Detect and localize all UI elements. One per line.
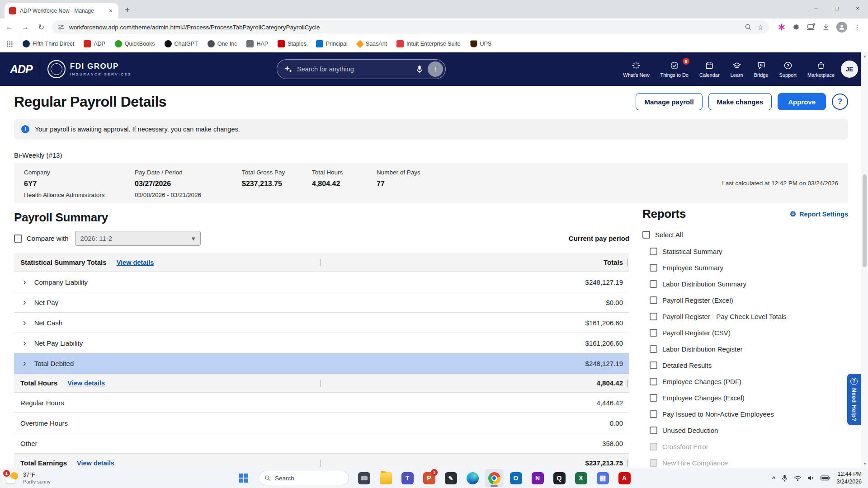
battery-icon[interactable] (821, 475, 830, 481)
bookmark-item[interactable]: Fifth Third Direct (23, 40, 74, 47)
report-item-payroll-register-excel[interactable]: Payroll Register (Excel) (642, 292, 848, 308)
nav-things-to-do[interactable]: 8 Things to Do (660, 61, 689, 78)
taskbar-search[interactable]: Search (259, 471, 349, 485)
taskbar-app-acrobat[interactable]: A (615, 469, 634, 487)
minimize-window-button[interactable]: – (806, 0, 826, 19)
report-item-statistical-summary[interactable]: Statistical Summary (642, 243, 848, 259)
table-row-total-debited[interactable]: › Total Debited $248,127.19 (14, 353, 629, 374)
taskbar-app-file-explorer[interactable] (376, 469, 395, 487)
nav-support[interactable]: ? Support (779, 61, 797, 78)
table-row-company-liability[interactable]: › Company Liability $248,127.19 (14, 272, 629, 292)
checkbox[interactable] (650, 345, 657, 353)
chevron-right-icon[interactable]: › (23, 277, 26, 286)
browser-tab[interactable]: ADP Workforce Now - Manage × (5, 3, 118, 19)
browser-profile-avatar[interactable] (836, 22, 847, 33)
mic-icon[interactable] (416, 65, 423, 74)
bookmark-item[interactable]: One Inc (208, 40, 237, 47)
manage-payroll-button[interactable]: Manage payroll (636, 93, 702, 110)
taskbar-app-calculator[interactable]: ▦ (593, 469, 612, 487)
page-help-button[interactable]: ? (832, 94, 848, 110)
bookmark-item[interactable]: SaasAnt (357, 41, 387, 47)
view-details-link[interactable]: View details (117, 259, 154, 266)
checkbox[interactable] (650, 329, 657, 337)
bookmark-item[interactable]: Principal (316, 40, 348, 47)
checkbox[interactable] (650, 248, 657, 255)
maximize-window-button[interactable]: □ (826, 0, 847, 19)
checkbox[interactable] (650, 394, 657, 402)
column-divider[interactable] (627, 259, 628, 266)
nav-marketplace[interactable]: Marketplace (807, 61, 835, 78)
checkbox[interactable] (650, 410, 657, 418)
taskbar-clock[interactable]: 12:44 PM 3/24/2026 (836, 470, 862, 486)
volume-icon[interactable] (807, 475, 815, 481)
chevron-right-icon[interactable]: › (23, 338, 26, 347)
global-search[interactable]: ↑ (277, 59, 446, 79)
tray-mic-icon[interactable] (781, 474, 788, 482)
wifi-icon[interactable] (794, 475, 802, 481)
taskbar-app-edge[interactable] (463, 469, 482, 487)
taskbar-app-pen[interactable]: ✎ (441, 469, 460, 487)
table-row-net-cash[interactable]: › Net Cash $161,206.60 (14, 313, 629, 333)
checkbox[interactable] (650, 296, 657, 304)
bookmark-item[interactable]: UPS (470, 40, 492, 47)
scrollbar-thumb[interactable] (863, 174, 867, 267)
bookmark-item[interactable]: QuickBooks (115, 40, 155, 47)
browser-menu-kebab-icon[interactable]: ⋮ (854, 23, 861, 32)
bookmark-item[interactable]: ADP (84, 40, 105, 47)
report-item-employee-changes-excel[interactable]: Employee Changes (Excel) (642, 389, 848, 406)
approve-button[interactable]: Approve (778, 93, 826, 110)
report-item-unused-deduction[interactable]: Unused Deduction (642, 422, 848, 438)
adp-logo[interactable]: ADP (10, 63, 33, 76)
chevron-right-icon[interactable]: › (23, 358, 26, 367)
taskbar-app-outlook[interactable]: O (506, 469, 525, 487)
extension-magenta-icon[interactable] (778, 23, 786, 31)
chevron-right-icon[interactable]: › (23, 318, 26, 327)
taskbar-app-onenote[interactable]: N (528, 469, 547, 487)
report-settings-link[interactable]: ⚙ Report Settings (790, 210, 848, 218)
nav-calendar[interactable]: Calendar (699, 61, 720, 78)
table-row-net-pay-liability[interactable]: › Net Pay Liability $161,206.60 (14, 333, 629, 353)
checkbox[interactable] (650, 264, 657, 272)
compare-period-select[interactable]: 2026: 11-2 ▾ (75, 231, 201, 246)
zoom-icon[interactable] (745, 23, 752, 31)
need-help-tab[interactable]: ? Need Help? (847, 374, 861, 425)
taskbar-app-virtual-desktop[interactable] (354, 469, 373, 487)
view-details-link[interactable]: View details (67, 380, 105, 387)
downloads-icon[interactable] (822, 23, 830, 31)
table-row-overtime-hours[interactable]: Overtime Hours 0.00 (14, 413, 629, 433)
taskbar-app-teams[interactable]: T (398, 469, 417, 487)
column-divider[interactable] (321, 460, 321, 467)
checkbox[interactable] (650, 427, 657, 434)
report-item-labor-distribution-register[interactable]: Labor Distribution Register (642, 341, 848, 357)
forward-icon[interactable]: → (20, 23, 30, 32)
checkbox[interactable] (650, 313, 657, 320)
search-input[interactable] (297, 66, 411, 73)
extensions-puzzle-icon[interactable] (792, 23, 800, 31)
page-scrollbar[interactable]: ▲ ▼ (861, 52, 868, 468)
view-details-link[interactable]: View details (77, 460, 114, 467)
address-bar[interactable]: workforcenow.adp.com/theme/admin.html#/P… (52, 20, 769, 34)
taskbar-app-excel[interactable]: X (571, 469, 590, 487)
bookmark-item[interactable]: Staples (278, 40, 307, 47)
back-icon[interactable]: ← (5, 23, 14, 32)
report-item-employee-summary[interactable]: Employee Summary (642, 259, 848, 276)
search-submit-button[interactable]: ↑ (428, 61, 443, 77)
select-all-row[interactable]: Select All (642, 231, 848, 239)
bookmark-star-icon[interactable]: ☆ (757, 23, 764, 32)
bookmark-item[interactable]: HAP (246, 40, 268, 47)
user-avatar[interactable]: JE (841, 61, 858, 78)
site-settings-icon[interactable] (57, 23, 65, 31)
table-row-regular-hours[interactable]: Regular Hours 4,446.42 (14, 393, 629, 413)
reload-icon[interactable]: ↻ (36, 23, 46, 32)
report-item-payroll-register-csv[interactable]: Payroll Register (CSV) (642, 324, 848, 341)
report-item-paycheck-level-totals[interactable]: Payroll Register - Pay Check Level Total… (642, 308, 848, 324)
select-all-checkbox[interactable] (642, 231, 650, 239)
column-divider[interactable] (627, 460, 628, 467)
close-tab-icon[interactable]: × (108, 7, 114, 14)
taskbar-weather-widget[interactable]: 1 37°F Partly sunny (0, 472, 95, 484)
report-item-employee-changes-pdf[interactable]: Employee Changes (PDF) (642, 373, 848, 389)
compare-checkbox[interactable] (14, 235, 22, 243)
nav-bridge[interactable]: B Bridge (754, 61, 769, 78)
column-divider[interactable] (321, 259, 321, 266)
chevron-right-icon[interactable]: › (23, 297, 26, 306)
